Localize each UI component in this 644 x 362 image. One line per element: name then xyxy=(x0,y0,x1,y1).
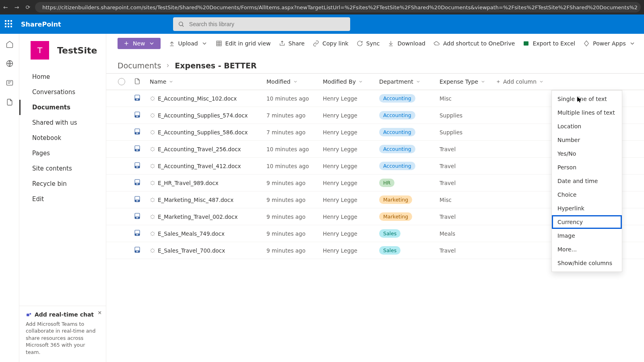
table-header: Name Modified Modified By Department Exp… xyxy=(106,73,644,90)
share-button[interactable]: Share xyxy=(279,40,305,47)
forward-icon[interactable]: → xyxy=(14,4,19,10)
app-name[interactable]: SharePoint xyxy=(21,21,61,28)
nav-item-recycle-bin[interactable]: Recycle bin xyxy=(19,176,106,191)
browser-chrome: ← → ⟳ https://citizenbuilders.sharepoint… xyxy=(0,0,644,14)
cell-expense-type: Misc xyxy=(440,197,496,203)
loading-icon xyxy=(150,146,155,152)
powerapps-button[interactable]: Power Apps xyxy=(583,40,635,47)
col-department[interactable]: Department xyxy=(379,78,440,85)
nav-item-shared-with-us[interactable]: Shared with us xyxy=(19,115,106,130)
reload-icon[interactable]: ⟳ xyxy=(25,4,30,10)
add-column-button[interactable]: Add column xyxy=(496,78,560,85)
cell-modified: 9 minutes ago xyxy=(266,197,323,203)
col-modified-by[interactable]: Modified By xyxy=(323,78,379,85)
file-name: E_Sales_Travel_700.docx xyxy=(158,247,225,254)
cell-modified-by: Henry Legge xyxy=(323,146,379,152)
teams-callout: ✕ Add real-time chat Add Microsoft Teams… xyxy=(19,306,106,362)
cell-modified: 9 minutes ago xyxy=(266,180,323,186)
column-type-image[interactable]: Image xyxy=(552,229,622,243)
column-type-choice[interactable]: Choice xyxy=(552,188,622,202)
grid-icon xyxy=(216,40,222,47)
column-type-yes-no[interactable]: Yes/No xyxy=(552,147,622,160)
shortcut-button[interactable]: Add shortcut to OneDrive xyxy=(433,40,515,47)
cell-expense-type: Supplies xyxy=(440,129,496,136)
nav-item-pages[interactable]: Pages xyxy=(19,146,106,161)
department-pill: Accounting xyxy=(379,145,415,153)
upload-icon xyxy=(169,40,175,47)
column-type-hyperlink[interactable]: Hyperlink xyxy=(552,202,622,215)
cell-expense-type: Travel xyxy=(440,180,496,186)
new-button[interactable]: New xyxy=(118,38,161,49)
nav-item-site-contents[interactable]: Site contents xyxy=(19,161,106,176)
cell-modified-by: Henry Legge xyxy=(323,163,379,169)
nav-item-conversations[interactable]: Conversations xyxy=(19,84,106,100)
teams-callout-title: Add real-time chat xyxy=(35,311,94,319)
export-excel-button[interactable]: Export to Excel xyxy=(523,40,575,47)
search-input[interactable] xyxy=(188,21,345,28)
plus-icon xyxy=(123,40,130,47)
close-icon[interactable]: ✕ xyxy=(98,309,102,317)
chevron-right-icon xyxy=(165,63,171,68)
column-type-single-line-of-text[interactable]: Single line of text xyxy=(552,92,622,106)
globe-icon[interactable] xyxy=(6,60,14,68)
column-type-more-[interactable]: More... xyxy=(552,243,622,256)
breadcrumb: Documents Expenses - BETTER xyxy=(106,53,644,73)
chevron-down-icon xyxy=(358,79,363,84)
edit-grid-label: Edit in grid view xyxy=(225,40,271,47)
nav-item-documents[interactable]: Documents xyxy=(19,100,106,115)
download-button[interactable]: Download xyxy=(388,40,425,47)
nav-item-notebook[interactable]: Notebook xyxy=(19,130,106,146)
waffle-icon[interactable] xyxy=(5,20,13,28)
file-icon[interactable] xyxy=(6,98,14,106)
col-name[interactable]: Name xyxy=(150,78,266,85)
column-type-date-and-time[interactable]: Date and time xyxy=(552,174,622,188)
loading-icon xyxy=(150,96,155,101)
powerapps-label: Power Apps xyxy=(593,40,625,47)
loading-icon xyxy=(150,130,155,135)
svg-text:W: W xyxy=(136,98,138,101)
column-type-currency[interactable]: Currency xyxy=(552,215,622,229)
home-icon[interactable] xyxy=(6,40,14,48)
col-expense-type[interactable]: Expense Type xyxy=(440,78,496,85)
copy-link-button[interactable]: Copy link xyxy=(313,40,349,47)
svg-text:W: W xyxy=(136,233,138,236)
cell-modified-by: Henry Legge xyxy=(323,180,379,186)
file-name: E_Marketing_Misc_487.docx xyxy=(158,197,233,203)
column-type-show-hide-columns[interactable]: Show/hide columns xyxy=(552,256,622,270)
word-doc-icon: W xyxy=(134,212,141,220)
column-type-multiple-lines-of-text[interactable]: Multiple lines of text xyxy=(552,106,622,119)
column-type-location[interactable]: Location xyxy=(552,119,622,133)
breadcrumb-root[interactable]: Documents xyxy=(118,61,161,70)
nav-item-home[interactable]: Home xyxy=(19,69,106,84)
news-icon[interactable] xyxy=(6,79,14,87)
nav-item-edit[interactable]: Edit xyxy=(19,191,106,207)
site-logo[interactable]: T xyxy=(31,41,49,60)
cell-modified-by: Henry Legge xyxy=(323,214,379,220)
chevron-down-icon xyxy=(169,79,173,84)
word-doc-icon: W xyxy=(134,128,141,135)
share-label: Share xyxy=(289,40,305,47)
svg-text:W: W xyxy=(136,166,138,168)
column-type-person[interactable]: Person xyxy=(552,160,622,174)
department-pill: HR xyxy=(379,179,394,187)
svg-point-1 xyxy=(179,22,183,26)
cell-modified: 9 minutes ago xyxy=(266,230,323,237)
file-name: E_Accounting_Supplies_586.docx xyxy=(158,129,248,136)
edit-grid-button[interactable]: Edit in grid view xyxy=(216,40,271,47)
link-icon xyxy=(313,40,319,47)
back-icon[interactable]: ← xyxy=(3,4,8,10)
chevron-down-icon xyxy=(481,79,485,84)
cell-modified-by: Henry Legge xyxy=(323,95,379,102)
search-box[interactable] xyxy=(173,17,350,31)
loading-icon xyxy=(150,113,155,118)
copy-link-label: Copy link xyxy=(322,40,349,47)
cell-modified-by: Henry Legge xyxy=(323,112,379,119)
sync-button[interactable]: Sync xyxy=(357,40,380,47)
select-all[interactable] xyxy=(118,78,125,85)
svg-line-2 xyxy=(182,25,184,27)
upload-button[interactable]: Upload xyxy=(169,40,208,47)
loading-icon xyxy=(150,180,155,186)
column-type-number[interactable]: Number xyxy=(552,133,622,147)
col-modified[interactable]: Modified xyxy=(266,78,323,85)
url-bar[interactable]: https://citizenbuilders.sharepoint.com/s… xyxy=(35,2,641,12)
